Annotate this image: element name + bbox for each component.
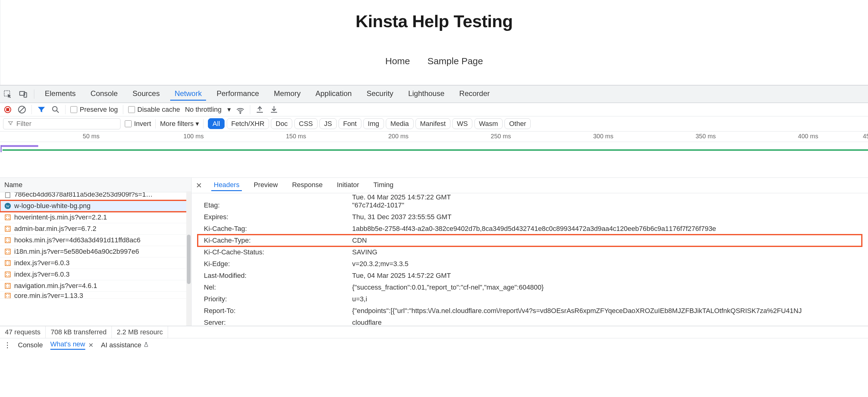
header-key: Server: [204, 319, 352, 326]
drawer-console[interactable]: Console [18, 341, 43, 349]
devtools-drawer: ⋮ Console What's new ✕ AI assistance [0, 338, 868, 352]
svg-point-49 [6, 294, 7, 295]
svg-point-39 [6, 273, 7, 274]
filter-chip-font[interactable]: Font [339, 118, 362, 129]
response-header-row: Priority:u=3,i [198, 293, 862, 305]
disable-cache-checkbox[interactable]: Disable cache [128, 106, 180, 113]
close-details-icon[interactable]: ✕ [196, 181, 202, 190]
tab-console[interactable]: Console [86, 87, 122, 101]
header-key: Nel: [204, 284, 352, 291]
file-icon [4, 214, 11, 221]
network-timeline[interactable]: 50 ms100 ms150 ms200 ms250 ms300 ms350 m… [0, 132, 868, 178]
network-conditions-icon[interactable] [236, 105, 245, 114]
drawer-ai-assistance[interactable]: AI assistance [101, 341, 149, 349]
drawer-whats-new[interactable]: What's new [50, 340, 85, 350]
filter-chip-other[interactable]: Other [504, 118, 531, 129]
svg-point-52 [8, 296, 9, 297]
filter-chip-js[interactable]: JS [319, 118, 337, 129]
tab-lighthouse[interactable]: Lighthouse [404, 87, 448, 101]
svg-point-27 [8, 241, 9, 242]
response-header-row: Ki-Cache-Tag:1abb8b5e-2758-4f43-a2a0-382… [198, 223, 862, 235]
svg-rect-10 [6, 193, 10, 198]
tab-security[interactable]: Security [362, 87, 398, 101]
filter-funnel-icon[interactable] [37, 105, 46, 114]
request-row[interactable]: index.js?ver=6.0.3 [0, 269, 191, 280]
more-filters[interactable]: More filters ▾ [160, 120, 199, 128]
details-tab-timing[interactable]: Timing [371, 180, 396, 191]
request-row[interactable]: i18n.min.js?ver=5e580eb46a90c2b997e6 [0, 246, 191, 258]
nav-home[interactable]: Home [385, 56, 410, 66]
svg-line-8 [57, 111, 59, 113]
inspect-element-icon[interactable] [3, 90, 12, 99]
site-title: Kinsta Help Testing [0, 11, 868, 31]
tab-network[interactable]: Network [170, 87, 206, 101]
preserve-log-checkbox[interactable]: Preserve log [70, 106, 118, 113]
details-tab-preview[interactable]: Preview [251, 180, 280, 191]
drawer-kebab-icon[interactable]: ⋮ [4, 341, 10, 350]
timeline-mark: 300 ms [593, 133, 614, 140]
request-list-scrollbar[interactable] [186, 191, 191, 326]
request-row[interactable]: core.min.js?ver=1.13.3 [0, 292, 191, 299]
filter-funnel-small-icon [8, 120, 13, 128]
filter-input[interactable]: Filter [3, 118, 121, 129]
file-icon [4, 292, 11, 299]
search-icon[interactable] [51, 105, 60, 114]
svg-point-14 [6, 216, 7, 217]
details-tab-headers[interactable]: Headers [211, 180, 242, 191]
request-row[interactable]: hooks.min.js?ver=4d63a3d491d11ffd8ac6 [0, 235, 191, 246]
file-icon [4, 237, 11, 243]
request-details: ✕ Headers Preview Response Initiator Tim… [191, 178, 868, 326]
network-filterbar: Filter Invert More filters ▾ All Fetch/X… [0, 117, 868, 132]
filter-chip-wasm[interactable]: Wasm [474, 118, 503, 129]
svg-point-47 [8, 287, 9, 288]
device-toolbar-icon[interactable] [19, 90, 28, 99]
status-requests: 47 requests [0, 326, 46, 338]
svg-point-30 [8, 250, 9, 251]
filter-chip-manifest[interactable]: Manifest [415, 118, 451, 129]
tab-recorder[interactable]: Recorder [455, 87, 494, 101]
details-tab-initiator[interactable]: Initiator [334, 180, 362, 191]
tab-performance[interactable]: Performance [212, 87, 263, 101]
request-row[interactable]: hoverintent-js.min.js?ver=2.2.1 [0, 212, 191, 223]
timeline-mark: 200 ms [388, 133, 409, 140]
drawer-close-icon[interactable]: ✕ [88, 341, 94, 349]
request-name: navigation.min.js?ver=4.6.1 [14, 282, 97, 290]
svg-point-7 [53, 106, 57, 111]
svg-point-32 [8, 252, 9, 253]
tab-memory[interactable]: Memory [270, 87, 305, 101]
svg-point-46 [6, 287, 7, 288]
filter-chip-img[interactable]: Img [363, 118, 384, 129]
tab-sources[interactable]: Sources [128, 87, 164, 101]
timeline-mark: 350 ms [695, 133, 716, 140]
request-row[interactable]: Ww-logo-blue-white-bg.png [0, 200, 191, 212]
tab-elements[interactable]: Elements [40, 87, 80, 101]
request-row[interactable]: navigation.min.js?ver=4.6.1 [0, 280, 191, 292]
request-row[interactable]: index.js?ver=6.0.3 [0, 258, 191, 269]
status-transferred: 708 kB transferred [46, 326, 112, 338]
filter-chip-fetch-xhr[interactable]: Fetch/XHR [227, 118, 269, 129]
tab-application[interactable]: Application [311, 87, 356, 101]
record-icon[interactable] [3, 105, 12, 114]
filter-chip-all[interactable]: All [208, 118, 224, 129]
request-name: 786ecb4dd6378af811a5de3e253d909f?s=1… [14, 192, 153, 199]
filter-chip-ws[interactable]: WS [452, 118, 472, 129]
request-name: hooks.min.js?ver=4d63a3d491d11ffd8ac6 [14, 236, 141, 244]
import-har-icon[interactable] [255, 105, 265, 114]
file-icon: W [4, 202, 11, 209]
filter-chip-doc[interactable]: Doc [271, 118, 292, 129]
request-name: admin-bar.min.js?ver=6.7.2 [14, 225, 96, 233]
details-tab-response[interactable]: Response [289, 180, 325, 191]
status-resources: 2.2 MB resourc [112, 326, 168, 338]
filter-chip-media[interactable]: Media [386, 118, 413, 129]
network-toolbar: Preserve log Disable cache No throttling… [0, 103, 868, 117]
throttling-select[interactable]: No throttling ▾ [185, 106, 231, 113]
request-name: index.js?ver=6.0.3 [14, 259, 69, 267]
export-har-icon[interactable] [269, 105, 279, 114]
clear-icon[interactable] [17, 105, 27, 114]
filter-chip-css[interactable]: CSS [294, 118, 317, 129]
invert-checkbox[interactable]: Invert [125, 120, 151, 128]
column-header-name[interactable]: Name [0, 178, 191, 192]
request-row[interactable]: 786ecb4dd6378af811a5de3e253d909f?s=1… [0, 192, 191, 200]
nav-sample-page[interactable]: Sample Page [428, 56, 483, 66]
request-row[interactable]: admin-bar.min.js?ver=6.7.2 [0, 223, 191, 235]
